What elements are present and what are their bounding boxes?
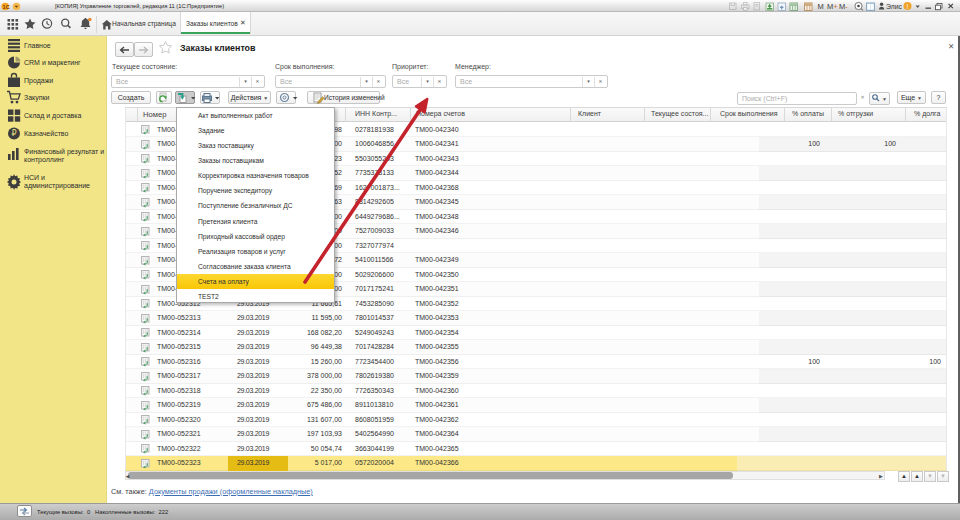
svg-text:₽: ₽ bbox=[11, 129, 16, 138]
svg-text:М-: М- bbox=[839, 2, 848, 11]
svg-text:1С: 1С bbox=[3, 4, 10, 10]
svg-text:!: ! bbox=[906, 3, 908, 10]
svg-text:Элис: Элис bbox=[886, 3, 902, 10]
svg-text:М+: М+ bbox=[827, 2, 838, 11]
svg-text:М: М bbox=[818, 2, 824, 11]
